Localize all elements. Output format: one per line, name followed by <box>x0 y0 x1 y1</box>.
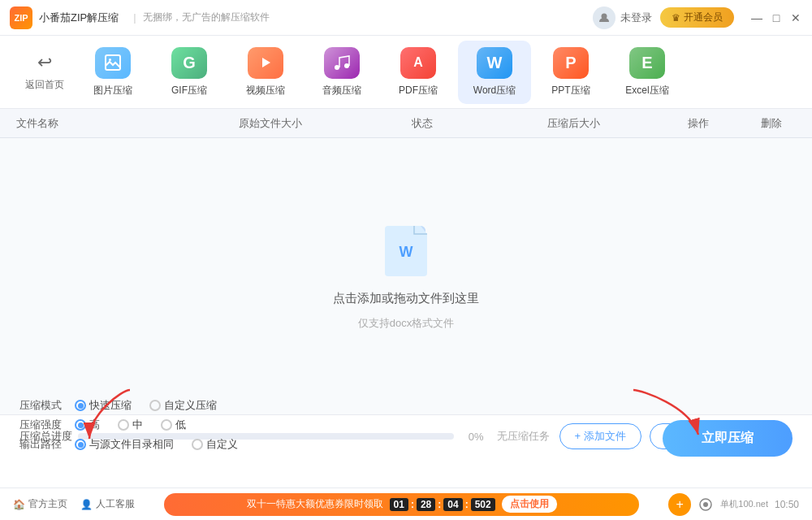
mode-row: 压缩模式 快速压缩 自定义压缩 <box>19 398 238 413</box>
table-header: 文件名称 原始文件大小 状态 压缩后大小 操作 删除 <box>0 109 812 138</box>
col-delete: 删除 <box>747 116 796 131</box>
path-custom-radio[interactable] <box>192 439 203 450</box>
tool-ppt[interactable]: P PPT压缩 <box>534 41 607 104</box>
path-custom-option[interactable]: 自定义 <box>192 437 238 452</box>
drop-text-main: 点击添加或拖动文件到这里 <box>333 291 479 306</box>
pdf-icon: A <box>400 47 436 79</box>
svg-text:W: W <box>400 244 413 260</box>
service-icon: 👤 <box>80 499 93 510</box>
tool-pdf-label: PDF压缩 <box>399 84 438 98</box>
promo-use-button[interactable]: 点击使用 <box>502 496 557 513</box>
tool-ppt-label: PPT压缩 <box>551 84 590 98</box>
tool-audio-label: 音频压缩 <box>322 84 361 98</box>
add-circle-button[interactable]: + <box>668 493 691 516</box>
promo-banner[interactable]: 双十一特惠大额优惠券限时领取 01 : 28 : 04 : 502 点击使用 <box>164 493 639 516</box>
tool-gif[interactable]: G GIF压缩 <box>153 41 226 104</box>
svg-point-5 <box>344 63 349 68</box>
app-logo: ZIP <box>10 6 32 29</box>
mode-custom-option[interactable]: 自定义压缩 <box>149 398 217 413</box>
path-label: 输出路径 <box>19 437 67 452</box>
app-name: 小番茄ZIP解压缩 <box>39 11 119 25</box>
mode-fast-option[interactable]: 快速压缩 <box>75 398 132 413</box>
minimize-button[interactable]: — <box>750 11 763 24</box>
strength-row: 压缩强度 高 中 低 <box>19 418 238 432</box>
strength-label: 压缩强度 <box>19 418 67 432</box>
back-label: 返回首页 <box>25 78 64 92</box>
excel-icon: E <box>629 47 665 79</box>
mode-fast-radio[interactable] <box>75 400 86 411</box>
cd-minutes: 28 <box>417 498 435 511</box>
tool-word-label: Word压缩 <box>473 84 516 98</box>
strength-high-radio[interactable] <box>75 419 86 431</box>
col-status: 状态 <box>347 116 499 131</box>
word-icon: W <box>477 47 512 79</box>
back-button[interactable]: ↩ 返回首页 <box>16 41 73 104</box>
tool-image[interactable]: 图片压缩 <box>76 41 149 104</box>
drop-zone[interactable]: W 点击添加或拖动文件到这里 仅支持docx格式文件 <box>0 138 812 414</box>
col-filename: 文件名称 <box>16 116 195 131</box>
options-section: 压缩模式 快速压缩 自定义压缩 压缩强度 高 中 低 <box>19 398 238 457</box>
official-site-link[interactable]: 🏠 官方主页 <box>13 497 67 511</box>
title-bar: ZIP 小番茄ZIP解压缩 | 无捆绑，无广告的解压缩软件 未登录 ♛ 开通会员… <box>0 0 812 36</box>
cd-hours: 01 <box>390 498 408 511</box>
separator: | <box>133 11 136 24</box>
avatar <box>593 6 615 29</box>
home-icon: 🏠 <box>13 499 25 510</box>
svg-point-4 <box>335 65 339 70</box>
tool-audio[interactable]: 音频压缩 <box>305 41 378 104</box>
drop-text-sub: 仅支持docx格式文件 <box>358 316 454 331</box>
compress-button[interactable]: 立即压缩 <box>663 420 793 457</box>
vip-button[interactable]: ♛ 开通会员 <box>660 7 734 28</box>
strength-low-radio[interactable] <box>161 419 172 431</box>
svg-point-13 <box>703 502 708 507</box>
svg-marker-3 <box>262 58 270 67</box>
website-tag: 单机100.net <box>720 498 768 510</box>
customer-service-link[interactable]: 👤 人工客服 <box>80 497 135 511</box>
drop-icon: W <box>380 223 432 281</box>
promo-text: 双十一特惠大额优惠券限时领取 <box>247 497 383 511</box>
video-icon <box>248 47 283 79</box>
strength-high-option[interactable]: 高 <box>75 418 100 432</box>
title-bar-right: 未登录 ♛ 开通会员 — □ ✕ <box>593 6 802 29</box>
tool-video[interactable]: 视频压缩 <box>229 41 302 104</box>
tool-pdf[interactable]: A PDF压缩 <box>382 41 455 104</box>
strength-mid-option[interactable]: 中 <box>118 418 143 432</box>
svg-point-2 <box>109 58 111 61</box>
tool-excel-label: Excel压缩 <box>625 84 668 98</box>
col-original-size: 原始文件大小 <box>195 116 347 131</box>
tool-video-label: 视频压缩 <box>246 84 285 98</box>
user-area[interactable]: 未登录 <box>593 6 652 29</box>
strength-mid-radio[interactable] <box>118 419 129 431</box>
settings-icon[interactable] <box>698 496 714 513</box>
cd-seconds: 04 <box>443 498 462 511</box>
audio-icon <box>324 47 360 79</box>
image-icon <box>95 47 131 79</box>
tool-word[interactable]: W Word压缩 <box>458 41 531 104</box>
time-display: 10:50 <box>775 499 799 510</box>
progress-status: 无压缩任务 <box>497 429 550 444</box>
maximize-button[interactable]: □ <box>770 11 783 24</box>
tool-excel[interactable]: E Excel压缩 <box>611 41 684 104</box>
path-row: 输出路径 与源文件目录相同 自定义 <box>19 437 238 452</box>
progress-percent: 0% <box>469 431 484 443</box>
strength-low-option[interactable]: 低 <box>161 418 186 432</box>
mode-custom-radio[interactable] <box>149 400 161 411</box>
window-controls: — □ ✕ <box>750 11 802 24</box>
ppt-icon: P <box>553 47 589 79</box>
back-arrow-icon: ↩ <box>37 52 52 73</box>
path-same-radio[interactable] <box>75 439 86 450</box>
close-button[interactable]: ✕ <box>789 11 802 24</box>
col-compressed-size: 压缩后大小 <box>498 116 650 131</box>
path-same-option[interactable]: 与源文件目录相同 <box>75 437 174 452</box>
crown-icon: ♛ <box>672 12 680 24</box>
add-file-button[interactable]: + 添加文件 <box>559 423 641 449</box>
mode-label: 压缩模式 <box>19 398 67 413</box>
tool-gif-label: GIF压缩 <box>171 84 207 98</box>
cd-ms: 502 <box>471 498 495 511</box>
gif-icon: G <box>171 47 207 79</box>
app-slogan: 无捆绑，无广告的解压缩软件 <box>143 11 270 24</box>
status-bar-right: + 单机100.net 10:50 <box>668 493 799 516</box>
toolbar: ↩ 返回首页 图片压缩 G GIF压缩 视频压缩 音频压缩 A PDF压缩 W <box>0 36 812 109</box>
countdown: 01 : 28 : 04 : 502 <box>390 498 495 511</box>
user-status: 未登录 <box>620 11 652 25</box>
